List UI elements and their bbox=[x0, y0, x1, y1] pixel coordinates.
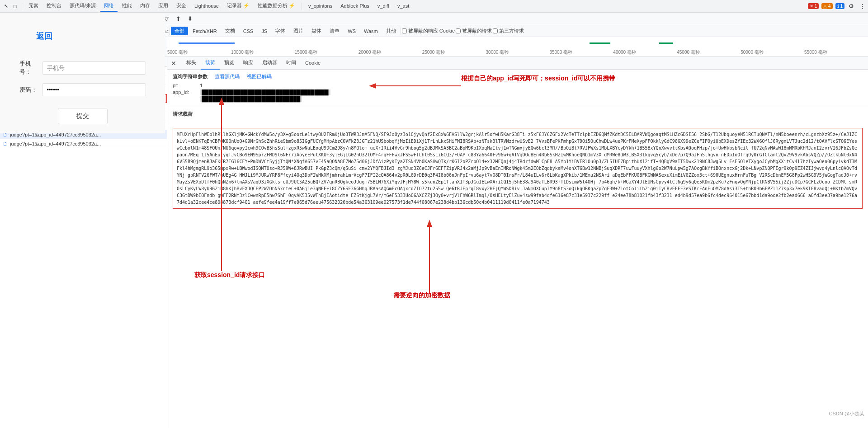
filter-sep-2 bbox=[170, 28, 170, 35]
param-val-pt: 1 bbox=[200, 83, 203, 88]
detail-tab-initiator[interactable]: 启动器 bbox=[258, 57, 282, 70]
detail-tab-headers[interactable]: 标头 bbox=[182, 57, 201, 70]
filter-tab-doc[interactable]: 文档 bbox=[222, 27, 239, 35]
tab-adblock[interactable]: Adblock Plus bbox=[337, 1, 373, 11]
back-button[interactable]: 返回 bbox=[36, 31, 52, 42]
doc-icon-8: 🗋 bbox=[2, 141, 8, 147]
filter-tab-all[interactable]: 全部 bbox=[171, 27, 188, 35]
password-row: 密码： bbox=[19, 83, 146, 96]
param-row-extra: ████████████████████████████ bbox=[173, 96, 863, 102]
timeline-label-10k: 10000 毫秒 bbox=[231, 49, 295, 56]
detail-tab-cookie[interactable]: Cookie bbox=[301, 57, 325, 70]
password-input[interactable] bbox=[42, 83, 146, 96]
filter-tab-media[interactable]: 媒体 bbox=[308, 27, 325, 35]
tab-console[interactable]: 控制台 bbox=[43, 0, 65, 12]
tab-memory[interactable]: 内存 bbox=[137, 0, 154, 12]
param-key-pt: pt: bbox=[173, 83, 200, 88]
query-params-section: 查询字符串参数 查看源代码 视图已解码 pt: 1 app_id: ██████… bbox=[167, 70, 868, 107]
phone-input[interactable] bbox=[42, 61, 146, 75]
param-row-pt: pt: 1 bbox=[173, 83, 863, 88]
timeline-label-25k: 25000 毫秒 bbox=[422, 49, 486, 56]
filter-tab-font[interactable]: 字体 bbox=[272, 27, 289, 35]
request-payload-title: 请求载荷 bbox=[173, 111, 863, 118]
filter-sep-3 bbox=[401, 28, 401, 35]
blocked-request-checkbox[interactable]: 被屏蔽的请求 bbox=[456, 28, 492, 34]
tab-network[interactable]: 网络 bbox=[100, 0, 118, 12]
timeline-label-50k: 50000 毫秒 bbox=[741, 49, 804, 56]
detail-tab-timing[interactable]: 时间 bbox=[282, 57, 301, 70]
phone-label: 手机号： bbox=[19, 60, 42, 76]
timeline-segment-blue bbox=[179, 42, 234, 44]
tab-v-ast[interactable]: v_ast bbox=[394, 1, 413, 11]
more-options-icon[interactable]: ⋮ bbox=[858, 2, 866, 10]
phone-row: 手机号： bbox=[19, 60, 146, 76]
submit-button[interactable]: 提交 bbox=[58, 108, 108, 124]
password-label: 密码： bbox=[19, 86, 42, 94]
timeline-label-20k: 20000 毫秒 bbox=[359, 49, 422, 56]
request-payload-section: 请求载荷 bbox=[167, 107, 868, 124]
param-val-appid: ████████████████████████████████████ bbox=[200, 89, 330, 95]
tab-inspect-icon[interactable]: □ bbox=[11, 2, 19, 10]
request-item-8[interactable]: 🗋 judge?pt=1&app_id=449727cc395032a... bbox=[0, 139, 167, 148]
detail-tab-preview[interactable]: 预览 bbox=[220, 57, 239, 70]
settings-icon[interactable]: ⚙ bbox=[847, 2, 855, 10]
tab-security[interactable]: 安全 bbox=[173, 0, 190, 12]
timeline-label-35k: 35000 毫秒 bbox=[549, 49, 613, 56]
tab-cursor-icon[interactable]: ↖ bbox=[2, 2, 10, 10]
info-badge: ℹ 1 bbox=[835, 3, 844, 9]
query-params-title: 查询字符串参数 查看源代码 视图已解码 bbox=[173, 73, 863, 80]
filter-tab-ws[interactable]: WS bbox=[344, 28, 359, 35]
timeline-segment-teal2 bbox=[659, 42, 673, 44]
download-icon[interactable]: ⬇ bbox=[186, 15, 194, 23]
filter-tab-other[interactable]: 其他 bbox=[382, 27, 400, 35]
warning-badge: △ 4 bbox=[821, 3, 832, 9]
param-key-appid: app_id: bbox=[173, 89, 200, 95]
param-key-extra bbox=[173, 96, 200, 102]
timeline-activity bbox=[172, 39, 868, 48]
tab-separator-1 bbox=[22, 3, 22, 10]
tab-elements[interactable]: 元素 bbox=[25, 0, 42, 12]
error-badge: ✕ 1 bbox=[808, 3, 819, 9]
filter-tab-image[interactable]: 图片 bbox=[290, 27, 307, 35]
tab-source[interactable]: 源代码/来源 bbox=[66, 0, 99, 12]
close-button[interactable]: ✕ bbox=[169, 59, 178, 68]
timeline-segment-teal1 bbox=[590, 42, 610, 44]
timeline-label-15k: 15000 毫秒 bbox=[295, 49, 359, 56]
watermark: CSDN @小楚某 bbox=[829, 410, 864, 417]
view-source-link[interactable]: 查看源代码 bbox=[215, 73, 240, 80]
tab-application[interactable]: 应用 bbox=[155, 0, 172, 12]
tab-lighthouse[interactable]: Lighthouse bbox=[191, 1, 222, 11]
filter-tab-fetch-xhr[interactable]: Fetch/XHR bbox=[189, 28, 221, 35]
filter-tab-css[interactable]: CSS bbox=[240, 28, 257, 35]
timeline-label-40k: 40000 毫秒 bbox=[613, 49, 677, 56]
detail-tab-payload[interactable]: 载荷 bbox=[201, 57, 220, 70]
third-party-checkbox[interactable]: 第三方请求 bbox=[493, 28, 524, 34]
detail-header: ✕ 标头 载荷 预览 响应 启动器 时间 Cookie bbox=[167, 57, 868, 70]
request-name-8: judge?pt=1&app_id=449727cc395032a... bbox=[10, 141, 165, 146]
view-decoded-link[interactable]: 视图已解码 bbox=[247, 73, 272, 80]
detail-panel: ✕ 标头 载荷 预览 响应 启动器 时间 Cookie 查询字符串参数 查看源代… bbox=[167, 57, 868, 428]
timeline-label-55k: 55000 毫秒 bbox=[804, 49, 868, 56]
tab-separator-2 bbox=[302, 3, 302, 10]
tab-v-diff[interactable]: v_diff bbox=[374, 1, 393, 11]
filter-tab-js[interactable]: JS bbox=[258, 28, 271, 35]
payload-content[interactable]: 查询字符串参数 查看源代码 视图已解码 pt: 1 app_id: ██████… bbox=[167, 70, 868, 428]
timeline-label-30k: 30000 毫秒 bbox=[486, 49, 550, 56]
upload-icon[interactable]: ⬆ bbox=[174, 15, 182, 23]
detail-tab-response[interactable]: 响应 bbox=[239, 57, 258, 70]
filter-tab-wasm[interactable]: Wasm bbox=[360, 28, 382, 35]
tab-recorder[interactable]: 记录器 ⚡ bbox=[223, 0, 253, 12]
payload-data-box[interactable]: MFUXrHpFlhWEplhRllhGXljMK+GMckYdMW5o/y3X… bbox=[173, 128, 863, 209]
tab-v-opintons[interactable]: v_opintons bbox=[305, 1, 336, 11]
devtools-right-controls: ✕ 1 △ 4 ℹ 1 ⚙ ⋮ bbox=[808, 2, 866, 10]
tab-performance[interactable]: 性能 bbox=[118, 0, 136, 12]
blocked-cookie-checkbox[interactable]: 被屏蔽的响应 Cookie bbox=[402, 28, 455, 34]
login-overlay: 返回 手机号： 密码： 提交 bbox=[0, 13, 165, 133]
timeline-label-45k: 45000 毫秒 bbox=[677, 49, 741, 56]
param-row-appid: app_id: ████████████████████████████████… bbox=[173, 89, 863, 95]
devtools-tab-bar: ↖ □ 元素 控制台 源代码/来源 网络 性能 内存 应用 安全 Lightho… bbox=[0, 0, 868, 13]
param-val-extra: ████████████████████████████ bbox=[200, 96, 302, 102]
filter-tab-manifest[interactable]: 清单 bbox=[326, 27, 343, 35]
tab-perf-insights[interactable]: 性能数据分析 ⚡ bbox=[254, 0, 299, 12]
timeline-label-5k: 5000 毫秒 bbox=[167, 49, 231, 56]
